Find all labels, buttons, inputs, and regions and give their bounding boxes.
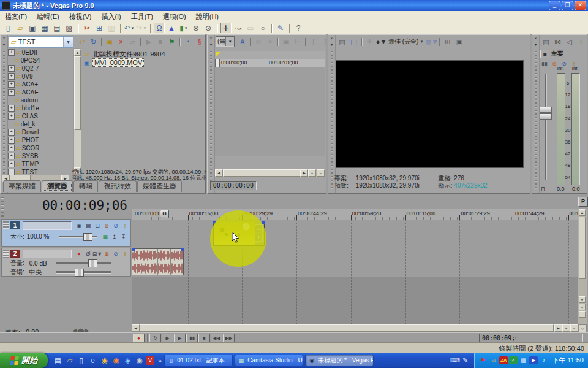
chevron-down-icon[interactable]: ▼ bbox=[380, 38, 386, 45]
dim-output-icon[interactable]: ◁ bbox=[564, 37, 575, 47]
open-icon[interactable]: ▱ bbox=[15, 23, 26, 33]
chevron-down-icon[interactable]: ▼ bbox=[420, 40, 423, 44]
trimmer-ruler[interactable]: 0:00:00;00 00:00:01;00 bbox=[215, 59, 325, 67]
up-one-level-icon[interactable]: ↩ bbox=[77, 37, 87, 47]
track-name-field[interactable] bbox=[23, 221, 72, 230]
chevron-down-icon[interactable]: ▼ bbox=[143, 26, 147, 30]
scroll-thumb[interactable] bbox=[223, 169, 300, 177]
vegas-capture-icon[interactable]: V bbox=[146, 356, 154, 365]
chrome-icon[interactable]: ◉ bbox=[99, 355, 110, 366]
scroll-right-icon[interactable]: ▶ bbox=[554, 324, 562, 332]
camera-icon[interactable]: ◉ bbox=[134, 355, 145, 366]
antivirus-tray-icon[interactable]: ✓ bbox=[509, 356, 518, 364]
zoom-out-vertical-icon[interactable]: − bbox=[579, 311, 586, 318]
tab-1[interactable]: 專案媒體 bbox=[3, 180, 41, 192]
display-settings-tray-icon[interactable]: ▦ bbox=[519, 356, 528, 365]
overlays-icon[interactable]: ▦▼ bbox=[426, 37, 437, 47]
ignore-event-grouping-icon[interactable]: ⊗ bbox=[190, 23, 202, 33]
slider-thumb[interactable] bbox=[75, 269, 84, 277]
tree-item[interactable]: +▱0EDII bbox=[8, 48, 81, 56]
internet-explorer-icon[interactable]: e bbox=[88, 355, 98, 366]
track-number[interactable]: 2 bbox=[10, 250, 20, 258]
tree-item[interactable]: +▱Downl bbox=[8, 128, 81, 136]
stop-preview-icon[interactable]: ■ bbox=[155, 37, 165, 47]
copy-icon[interactable]: ⊞ bbox=[94, 23, 105, 33]
scroll-thumb[interactable] bbox=[140, 324, 554, 332]
scroll-thumb[interactable] bbox=[579, 217, 586, 279]
preview-quality-icon[interactable]: ●▼ bbox=[376, 37, 386, 47]
tree-item[interactable]: ▱0PCS4 bbox=[8, 56, 81, 64]
normal-edit-tool-icon[interactable]: ✛ bbox=[221, 23, 232, 33]
tree-item[interactable]: +▱bbd1e bbox=[8, 104, 81, 112]
zoom-out-icon[interactable]: − bbox=[570, 324, 578, 332]
minimize-button[interactable]: _ bbox=[549, 1, 560, 10]
redo-icon[interactable]: ↷▼ bbox=[136, 23, 147, 33]
size-slider[interactable] bbox=[59, 236, 97, 238]
enable-snapping-icon[interactable]: Ω bbox=[154, 23, 165, 33]
scroll-up-icon[interactable]: ▲ bbox=[74, 49, 81, 56]
track-fx-icon[interactable]: ⊛ bbox=[102, 221, 111, 229]
file-list-item[interactable]: ▣MVI_0009.MOV bbox=[83, 58, 204, 67]
media-properties-icon[interactable]: ◔ bbox=[183, 37, 193, 47]
trimmer-timecode[interactable]: 00:00:00;00 bbox=[210, 181, 257, 190]
lock-envelopes-icon[interactable]: ⊙ bbox=[203, 23, 214, 33]
track-number[interactable]: 1 bbox=[10, 221, 20, 229]
selection-start-timecode[interactable] bbox=[516, 334, 550, 343]
audio-track-lane[interactable] bbox=[132, 247, 578, 277]
video-track-header[interactable]: 1 ▣▩⊟⊛⊘! 大小: 100.0 % ▦↥↧ bbox=[1, 219, 131, 247]
close-icon[interactable]: × bbox=[208, 36, 214, 42]
envelope-edit-tool-icon[interactable]: ↝ bbox=[233, 23, 244, 33]
solo-icon[interactable]: ! bbox=[121, 250, 129, 258]
zoom-edit-tool-icon[interactable]: ○ bbox=[257, 23, 268, 33]
timeline-big-timecode[interactable]: 00:00:09;06 bbox=[42, 198, 127, 213]
tree-item[interactable]: +▱0V9 bbox=[8, 72, 81, 80]
tree-item[interactable]: +▱ACAE bbox=[8, 88, 81, 96]
arm-for-record-icon[interactable]: ● bbox=[75, 250, 83, 258]
tree-item[interactable]: +▱ACA+ bbox=[8, 80, 81, 88]
audio-event-clip[interactable] bbox=[132, 248, 184, 275]
make-compositing-parent-icon[interactable]: ↧ bbox=[119, 232, 128, 240]
media-player-tray-icon[interactable]: ▶ bbox=[529, 356, 538, 364]
automation-settings-icon[interactable]: ⊟ bbox=[93, 221, 102, 229]
new-project-icon[interactable]: ▯ bbox=[2, 23, 13, 33]
document-icon[interactable]: ▯ bbox=[76, 355, 86, 366]
keyboard-layout-icon[interactable]: ⌨ bbox=[450, 356, 459, 366]
messenger-icon[interactable]: ◈ bbox=[123, 355, 133, 366]
tree-expander-icon[interactable]: + bbox=[8, 81, 15, 88]
clip-handle[interactable] bbox=[181, 248, 184, 251]
tab-4[interactable]: 視訊特效 bbox=[99, 180, 137, 192]
tree-item[interactable]: ▱del_k bbox=[8, 120, 81, 128]
preview-grip[interactable]: × ▼ bbox=[328, 35, 336, 193]
taskbar-task-button[interactable]: ▦Camtasia Studio - Unti... bbox=[235, 355, 303, 366]
file-list-item[interactable]: ▱北鷗投標文件9901-9904 bbox=[83, 50, 204, 58]
close-icon[interactable]: × bbox=[329, 36, 334, 42]
tree-item[interactable]: -▱TEST bbox=[8, 168, 81, 175]
tree-item[interactable]: +▱TEMP bbox=[8, 160, 81, 168]
save-snapshot-icon[interactable]: ▣ bbox=[454, 37, 464, 47]
track-fx-icon[interactable]: ⊛ bbox=[102, 250, 111, 258]
menu-item[interactable]: 說明(H) bbox=[191, 12, 224, 22]
tree-item[interactable]: +▱CLAS bbox=[8, 112, 81, 120]
taskbar-task-active[interactable]: ◉未標題的 * - Vegas P... bbox=[305, 355, 374, 366]
firefox-icon[interactable]: ◉ bbox=[111, 355, 121, 366]
show-desktop-icon[interactable]: ▤ bbox=[53, 355, 63, 366]
pin-icon[interactable]: ▼ bbox=[1, 42, 7, 48]
trimmer-scrollbar[interactable]: ◀ ▶ + − bbox=[215, 169, 325, 177]
pan-scroll-button[interactable]: P bbox=[578, 197, 588, 207]
handwriting-icon[interactable]: ✎ bbox=[461, 356, 470, 366]
scroll-left-icon[interactable]: ◀ bbox=[215, 169, 223, 177]
preview-properties-icon[interactable]: ▤ bbox=[337, 37, 347, 47]
tree-expander-icon[interactable]: - bbox=[8, 169, 15, 175]
automation-settings-icon[interactable]: ⊟▼ bbox=[93, 250, 102, 258]
messenger-status-tray-icon[interactable]: ☺ bbox=[489, 356, 498, 365]
lock-fader-icon[interactable]: ⊓ bbox=[541, 186, 545, 192]
tab-3[interactable]: 轉場 bbox=[74, 180, 98, 192]
scroll-right-icon[interactable]: ▶ bbox=[300, 169, 308, 177]
pin-icon[interactable]: ▼ bbox=[329, 42, 334, 48]
external-monitor-icon[interactable]: ▢ bbox=[349, 37, 359, 47]
scroll-down-icon[interactable]: ▼ bbox=[579, 296, 586, 303]
recording-flag-tray-icon[interactable]: ⚑ bbox=[478, 356, 488, 365]
start-preview-icon[interactable]: ▶ bbox=[143, 37, 154, 47]
chevron-down-icon[interactable]: ▼ bbox=[97, 251, 102, 257]
tree-vertical-scrollbar[interactable]: ▲ ▼ bbox=[74, 48, 81, 175]
